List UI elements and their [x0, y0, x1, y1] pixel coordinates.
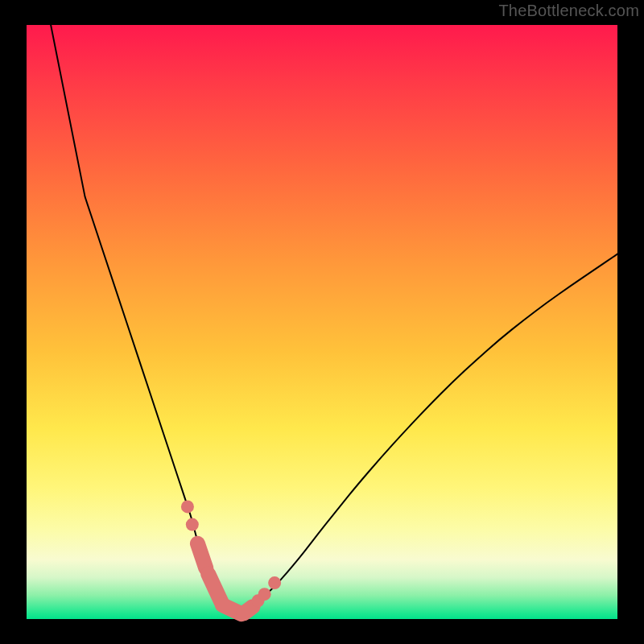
bottleneck-curve-svg: [0, 0, 644, 644]
bead-dot: [258, 588, 271, 601]
bead-dot: [181, 500, 194, 513]
bead-group: [181, 500, 281, 613]
bead-segment: [197, 543, 205, 568]
outer-frame: TheBottleneck.com: [0, 0, 644, 644]
bead-dot: [268, 576, 281, 589]
bead-segment: [208, 574, 221, 602]
bead-segment: [244, 607, 253, 613]
v-curve-path: [49, 19, 618, 614]
bead-dot: [186, 518, 199, 531]
curve-group: [49, 19, 618, 614]
